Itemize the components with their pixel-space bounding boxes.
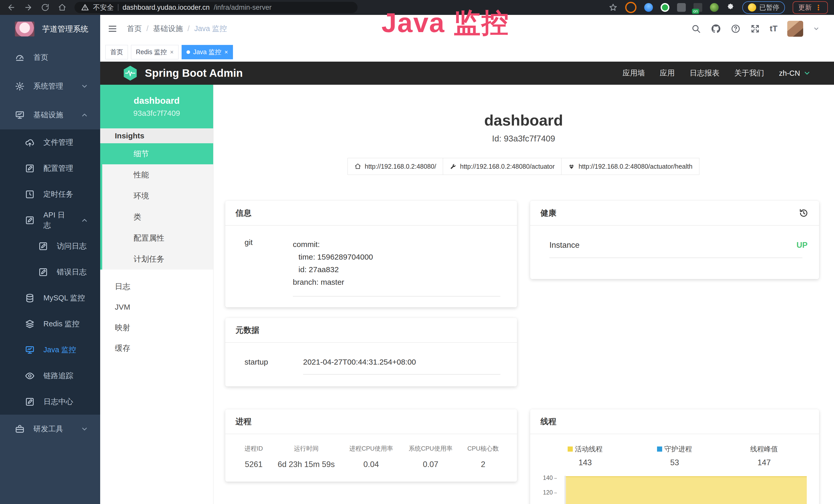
- tab-label: Redis 监控: [136, 48, 167, 56]
- puzzle-icon[interactable]: [726, 3, 734, 12]
- sidebar-item-mysql-monitor[interactable]: MySQL 监控: [0, 285, 100, 311]
- sidebar-item-label: 首页: [34, 52, 48, 63]
- sidebar-item-file-manage[interactable]: 文件管理: [0, 130, 100, 155]
- sidebar-item-error-log[interactable]: 错误日志: [0, 259, 100, 285]
- column-header: CPU核心数: [457, 444, 509, 453]
- legend-label: 活动线程: [575, 444, 602, 454]
- sidebar-item-log-center[interactable]: 日志中心: [0, 389, 100, 415]
- close-icon[interactable]: ×: [170, 48, 174, 56]
- info-card: 信息 git commit: time: 1596289704000 id: 2…: [225, 201, 517, 307]
- legend-live-threads: 活动线程: [541, 444, 630, 454]
- sidebar-item-api-log[interactable]: API 日志: [0, 207, 100, 233]
- sidebar-item-label: 文件管理: [43, 137, 73, 147]
- back-icon[interactable]: [6, 2, 17, 13]
- tab-redis-monitor[interactable]: Redis 监控 ×: [131, 45, 178, 59]
- emoji-face-icon: [748, 3, 756, 12]
- insight-item-metrics[interactable]: 性能: [102, 164, 213, 185]
- extension-icon-1[interactable]: [625, 2, 636, 13]
- sidebar-item-system[interactable]: 系统管理: [0, 72, 100, 101]
- sidebar-item-config-manage[interactable]: 配置管理: [0, 155, 100, 181]
- reload-icon[interactable]: [40, 2, 51, 13]
- extension-icon-2[interactable]: [644, 3, 653, 12]
- update-button[interactable]: 更新 ⋮: [793, 1, 828, 14]
- sba-brand[interactable]: Spring Boot Admin: [122, 65, 243, 81]
- service-url-button[interactable]: http://192.168.0.2:48080/: [348, 158, 443, 175]
- avatar[interactable]: [787, 21, 803, 37]
- health-url: http://192.168.0.2:48080/actuator/health: [578, 163, 692, 170]
- fullscreen-icon[interactable]: [750, 24, 760, 33]
- process-card: 进程 进程ID 运行时间 进程CPU使用率 系统CPU使用率 CPU核心数 52…: [225, 409, 517, 482]
- health-instance-label: Instance: [549, 240, 579, 250]
- sba-nav-journal[interactable]: 日志报表: [690, 68, 720, 78]
- sidebar-item-scheduled-jobs[interactable]: 定时任务: [0, 181, 100, 207]
- help-icon[interactable]: [731, 24, 741, 33]
- sidebar-item-redis-monitor[interactable]: Redis 监控: [0, 311, 100, 337]
- history-icon[interactable]: [798, 208, 809, 218]
- insight-item-environment[interactable]: 环境: [102, 185, 213, 206]
- extension-icon-6[interactable]: [710, 3, 719, 12]
- insight-item-scheduled-tasks[interactable]: 计划任务: [102, 249, 213, 270]
- instance-item-logs[interactable]: 日志: [100, 276, 213, 297]
- sba-nav-applications[interactable]: 应用: [660, 68, 675, 78]
- tab-java-monitor[interactable]: Java 监控 ×: [182, 45, 233, 59]
- sidebar-item-home[interactable]: 首页: [0, 43, 100, 72]
- forward-icon[interactable]: [23, 2, 34, 13]
- instance-item-jvm[interactable]: JVM: [100, 297, 213, 317]
- paused-label: 已暂停: [759, 3, 779, 12]
- extension-icon-5[interactable]: on: [694, 3, 702, 12]
- sidebar-item-tracing[interactable]: 链路追踪: [0, 363, 100, 389]
- breadcrumb: 首页 / 基础设施 / Java 监控: [127, 24, 227, 34]
- insight-item-label: 性能: [134, 170, 149, 180]
- instance-item-caches[interactable]: 缓存: [100, 338, 213, 359]
- breadcrumb-infrastructure[interactable]: 基础设施: [153, 24, 183, 34]
- extension-icon-4[interactable]: [677, 3, 686, 12]
- instance-item-label: 映射: [115, 322, 130, 333]
- home-icon[interactable]: [57, 2, 68, 13]
- instance-sidebar: dashboard 93a3fc7f7409 Insights 细节 性能 环境…: [100, 85, 214, 504]
- kebab-menu-icon[interactable]: ⋮: [815, 3, 822, 12]
- chevron-down-icon: [81, 83, 88, 90]
- url-path: /infra/admin-server: [214, 4, 271, 12]
- main-content: dashboard Id: 93a3fc7f7409 http://192.16…: [213, 85, 834, 504]
- health-url-button[interactable]: http://192.168.0.2:48080/actuator/health: [561, 158, 699, 175]
- bookmark-star-icon[interactable]: [609, 3, 617, 12]
- database-icon: [25, 293, 35, 303]
- tab-label: 首页: [110, 48, 123, 56]
- sba-nav-about[interactable]: 关于我们: [734, 68, 764, 78]
- startup-timestamp: 2021-04-27T00:44:31.254+08:00: [303, 358, 416, 366]
- address-bar[interactable]: 不安全 dashboard.yudao.iocoder.cn/infra/adm…: [74, 2, 357, 13]
- sidebar-item-java-monitor[interactable]: Java 监控: [0, 337, 100, 363]
- breadcrumb-home[interactable]: 首页: [127, 24, 142, 34]
- tab-home[interactable]: 首页: [105, 45, 128, 59]
- paused-badge[interactable]: 已暂停: [742, 1, 785, 14]
- metadata-row-label: startup: [244, 358, 303, 374]
- insight-item-classes[interactable]: 类: [102, 206, 213, 228]
- metadata-card-title: 元数据: [225, 318, 517, 343]
- insight-item-details[interactable]: 细节: [102, 143, 213, 164]
- collapse-sidebar-icon[interactable]: [107, 24, 118, 34]
- language-select[interactable]: zh-CN: [779, 69, 811, 77]
- extension-icon-3[interactable]: [661, 3, 670, 12]
- font-size-icon[interactable]: tT: [770, 24, 777, 33]
- sba-brand-name: Spring Boot Admin: [145, 67, 243, 79]
- sba-nav-wallboard[interactable]: 应用墙: [622, 68, 645, 78]
- gauge-icon: [15, 53, 25, 62]
- search-icon[interactable]: [691, 24, 701, 33]
- page-title: dashboard: [213, 111, 834, 129]
- sidebar-item-access-log[interactable]: 访问日志: [0, 233, 100, 259]
- actuator-url-button[interactable]: http://192.168.0.2:48080/actuator: [443, 158, 562, 175]
- caret-down-icon[interactable]: [813, 25, 820, 32]
- instance-item-mappings[interactable]: 映射: [100, 317, 213, 338]
- instance-header[interactable]: dashboard 93a3fc7f7409: [100, 85, 213, 129]
- logo-row[interactable]: 芋道管理系统: [0, 15, 100, 43]
- github-icon[interactable]: [711, 24, 721, 34]
- process-cpu: 0.04: [338, 460, 404, 469]
- sidebar-item-infrastructure[interactable]: 基础设施: [0, 101, 100, 130]
- info-card-body: git commit: time: 1596289704000 id: 27aa…: [225, 226, 517, 297]
- insight-item-config-props[interactable]: 配置属性: [102, 228, 213, 249]
- sidebar-item-dev-tools[interactable]: 研发工具: [0, 415, 100, 443]
- git-line: id: 27aa832: [293, 263, 505, 276]
- system-cpu: 0.07: [404, 460, 457, 469]
- infrastructure-submenu: 文件管理 配置管理 定时任务 API 日志 访问日志 错误日志: [0, 130, 100, 415]
- close-icon[interactable]: ×: [224, 48, 228, 56]
